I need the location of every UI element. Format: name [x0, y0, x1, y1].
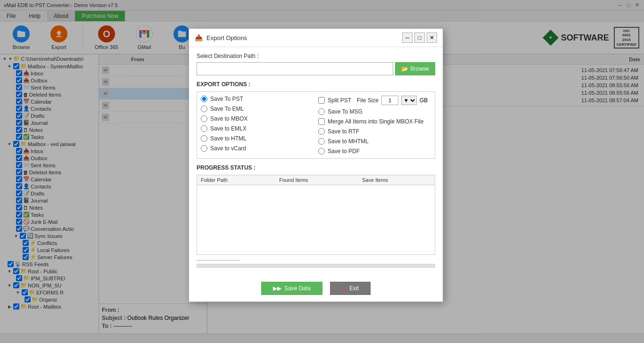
dest-path-input[interactable]: [197, 62, 393, 75]
progress-table-wrap: Folder Path Found Items Save Items: [197, 175, 435, 255]
opt-mbox-radio[interactable]: [201, 115, 207, 122]
col-save-items: Save Items: [358, 175, 435, 185]
modal-overlay: 📤 Export Options ─ □ ✕ Select Destinatio…: [0, 0, 644, 343]
col-folder-path: Folder Path: [197, 175, 275, 185]
save-data-btn[interactable]: ▶▶ Save Data: [261, 282, 322, 295]
dest-section: Select Destination Path : 📂 Browse: [197, 53, 435, 75]
exit-icon: ⊘: [342, 285, 347, 292]
save-btn-label: Save Data: [284, 285, 311, 292]
modal-browse-btn[interactable]: 📂 Browse: [395, 62, 435, 75]
browse-icon-modal: 📂: [401, 65, 408, 72]
opt-msg-radio[interactable]: [318, 108, 325, 115]
opt-merge-checkbox[interactable]: [318, 118, 325, 125]
progress-section: PROGRESS STATUS : Folder Path Found Item…: [197, 164, 435, 268]
opt-split-row: Split PST File Size ▼ GB: [318, 96, 431, 105]
opt-pdf-label: Save to PDF: [328, 148, 360, 155]
save-icon: ▶▶: [273, 285, 281, 292]
modal-title: Export Options: [206, 34, 247, 41]
opt-vcard-row: Save to vCard: [201, 145, 314, 152]
opt-rtf-radio[interactable]: [318, 128, 325, 135]
opt-rtf-row: Save to RTF: [318, 128, 431, 135]
opt-mhtml-row: Save to MHTML: [318, 138, 431, 145]
opt-eml-radio[interactable]: [201, 106, 207, 112]
opt-split-label: Split PST: [328, 97, 351, 104]
modal-body: Select Destination Path : 📂 Browse EXPOR…: [189, 47, 443, 277]
opt-pst-label: Save To PST: [210, 96, 243, 102]
modal-close-btn[interactable]: ✕: [427, 33, 437, 43]
filesize-label: File Size: [357, 97, 379, 104]
exit-btn-label: Exit: [349, 285, 359, 292]
col-found-items: Found Items: [275, 175, 358, 185]
opt-merge-label: Merge All Items into Single MBOX File: [328, 118, 423, 125]
browse-btn-label: Browse: [410, 65, 429, 72]
progress-separator: ─────────────: [197, 258, 435, 263]
opt-html-label: Save to HTML: [210, 135, 247, 142]
opt-mbox-label: Save to MBOX: [210, 115, 248, 122]
opt-emlx-row: Save to EMLX: [201, 125, 314, 132]
dest-label: Select Destination Path :: [197, 53, 435, 59]
opt-mbox-row: Save to MBOX: [201, 115, 314, 122]
opt-eml-label: Save To EML: [210, 106, 244, 112]
modal-minimize-btn[interactable]: ─: [402, 33, 413, 43]
opt-merge-row: Merge All Items into Single MBOX File: [318, 118, 431, 125]
progress-bar-wrap: ─────────────: [197, 258, 435, 268]
opt-msg-row: Save To MSG: [318, 108, 431, 115]
opt-pst-radio[interactable]: [201, 96, 207, 102]
modal-footer: ▶▶ Save Data ⊘ Exit: [189, 277, 443, 302]
opt-mhtml-label: Save to MHTML: [328, 138, 369, 145]
modal-icon: 📤: [195, 34, 203, 41]
progress-title: PROGRESS STATUS :: [197, 164, 435, 171]
opt-vcard-radio[interactable]: [201, 145, 207, 152]
modal-titlebar: 📤 Export Options ─ □ ✕: [189, 29, 443, 47]
export-options-modal: 📤 Export Options ─ □ ✕ Select Destinatio…: [189, 28, 443, 302]
modal-maximize-btn[interactable]: □: [414, 33, 425, 43]
opt-left: Save To PST Save To EML Save to MBOX: [201, 96, 314, 155]
opt-emlx-radio[interactable]: [201, 125, 207, 132]
filesize-unit-select[interactable]: ▼: [401, 96, 417, 105]
export-options-section: EXPORT OPTIONS : Save To PST Save To EML: [197, 81, 435, 159]
dest-row: 📂 Browse: [197, 62, 435, 75]
opt-pdf-row: Save to PDF: [318, 148, 431, 155]
options-grid: Save To PST Save To EML Save to MBOX: [197, 91, 435, 159]
filesize-input[interactable]: [381, 96, 398, 105]
opt-html-radio[interactable]: [201, 135, 207, 142]
exit-btn[interactable]: ⊘ Exit: [330, 282, 371, 295]
opt-pdf-radio[interactable]: [318, 148, 325, 155]
opt-html-row: Save to HTML: [201, 135, 314, 142]
filesize-unit-label: GB: [420, 97, 428, 104]
opt-eml-row: Save To EML: [201, 106, 314, 112]
opt-rtf-label: Save to RTF: [328, 128, 359, 135]
progress-table: Folder Path Found Items Save Items: [197, 175, 435, 185]
opt-emlx-label: Save to EMLX: [210, 125, 247, 132]
opt-vcard-label: Save to vCard: [210, 145, 246, 152]
progress-bar-track: [197, 264, 435, 268]
opt-right: Split PST File Size ▼ GB Save To MSG: [318, 96, 431, 155]
modal-controls: ─ □ ✕: [402, 33, 437, 43]
modal-title-content: 📤 Export Options: [195, 34, 247, 41]
opt-msg-label: Save To MSG: [328, 108, 363, 115]
opt-split-checkbox[interactable]: [318, 97, 325, 104]
opt-mhtml-radio[interactable]: [318, 138, 325, 145]
export-options-title: EXPORT OPTIONS :: [197, 81, 435, 88]
opt-pst-row: Save To PST: [201, 96, 314, 102]
